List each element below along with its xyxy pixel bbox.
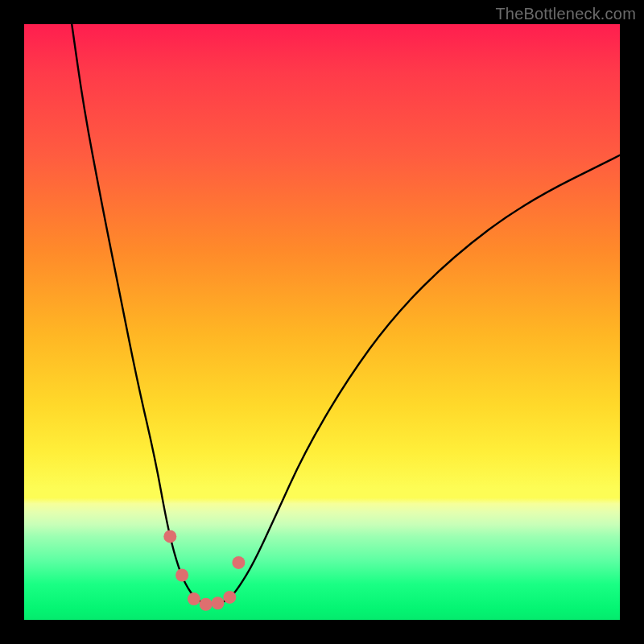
watermark-label: TheBottleneck.com [495,5,636,23]
bottleneck-curve [72,24,620,604]
bottleneck-markers [163,530,245,610]
chart-frame: TheBottleneck.com [0,0,644,644]
marker-dot [175,569,188,582]
marker-dot [232,556,245,569]
marker-dot [200,598,213,611]
marker-dot [163,530,176,543]
chart-svg [24,24,620,620]
marker-dot [223,591,236,604]
marker-dot [188,592,200,605]
plot-area [24,24,620,620]
marker-dot [212,597,225,609]
